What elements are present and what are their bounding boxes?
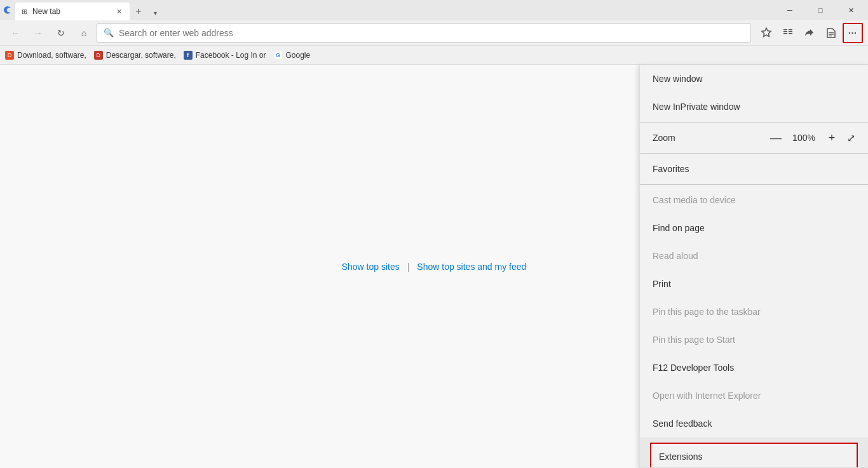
svg-rect-0 xyxy=(783,29,787,30)
fav-item-2[interactable]: f Facebook - Log In or xyxy=(184,51,266,60)
refresh-button[interactable]: ↻ xyxy=(51,23,71,43)
fav-favicon-3: G xyxy=(274,51,283,60)
favorites-button[interactable] xyxy=(756,23,776,43)
show-sites-links: Show top sites | Show top sites and my f… xyxy=(342,262,527,272)
menu-extensions[interactable]: Extensions xyxy=(650,443,858,468)
show-top-sites-feed-link[interactable]: Show top sites and my feed xyxy=(417,262,526,272)
reading-list-icon xyxy=(825,27,837,39)
address-input[interactable] xyxy=(119,28,744,38)
menu-pin-start: Pin this page to Start xyxy=(640,326,868,354)
show-top-sites-link[interactable]: Show top sites xyxy=(342,262,400,272)
svg-rect-8 xyxy=(829,36,832,36)
forward-button[interactable]: → xyxy=(28,23,48,43)
zoom-controls: — 100% + ⤢ xyxy=(767,129,855,147)
menu-zoom-row: Zoom — 100% + ⤢ xyxy=(640,124,868,152)
fav-favicon-0: D xyxy=(5,51,14,60)
edge-icon xyxy=(3,5,13,15)
search-icon: 🔍 xyxy=(104,28,114,37)
main-content: Show top sites | Show top sites and my f… xyxy=(0,65,868,468)
menu-separator-2 xyxy=(640,153,868,154)
reading-list-button[interactable] xyxy=(821,23,841,43)
zoom-label: Zoom xyxy=(653,133,762,143)
share-icon xyxy=(804,27,815,39)
svg-rect-5 xyxy=(789,33,792,34)
fav-label-1: Descargar, software, xyxy=(106,51,176,60)
menu-new-window[interactable]: New window xyxy=(640,65,868,93)
fav-item-3[interactable]: G Google xyxy=(274,51,311,60)
back-button[interactable]: ← xyxy=(5,23,25,43)
nav-bar: ← → ↻ ⌂ 🔍 xyxy=(0,20,868,46)
zoom-expand-button[interactable]: ⤢ xyxy=(847,132,855,144)
tab-list-button[interactable]: ▾ xyxy=(147,5,163,20)
menu-open-ie: Open with Internet Explorer xyxy=(640,382,868,410)
svg-rect-2 xyxy=(783,33,787,34)
menu-print[interactable]: Print xyxy=(640,270,868,298)
menu-favorites[interactable]: Favorites xyxy=(640,155,868,183)
svg-rect-3 xyxy=(789,29,792,30)
toolbar-icons: ··· xyxy=(756,23,863,43)
fav-label-3: Google xyxy=(286,51,311,60)
title-bar: ⊞ New tab ✕ + ▾ ─ □ ✕ xyxy=(0,0,868,20)
tab-close-button[interactable]: ✕ xyxy=(115,6,123,17)
zoom-out-button[interactable]: — xyxy=(767,129,785,147)
maximize-button[interactable]: □ xyxy=(806,0,835,20)
fav-favicon-2: f xyxy=(184,51,193,60)
new-tab-button[interactable]: + xyxy=(130,3,147,20)
dropdown-menu: New window New InPrivate window Zoom — 1… xyxy=(639,65,868,468)
more-button[interactable]: ··· xyxy=(843,23,863,43)
svg-rect-4 xyxy=(789,31,792,32)
fav-favicon-1: D xyxy=(94,51,103,60)
close-button[interactable]: ✕ xyxy=(836,0,865,20)
fav-label-2: Facebook - Log In or xyxy=(196,51,266,60)
home-button[interactable]: ⌂ xyxy=(74,23,94,43)
minimize-button[interactable]: ─ xyxy=(775,0,804,20)
active-tab[interactable]: ⊞ New tab ✕ xyxy=(15,3,130,20)
svg-rect-1 xyxy=(783,31,787,32)
reading-view-button[interactable] xyxy=(778,23,798,43)
menu-read-aloud: Read aloud xyxy=(640,242,868,270)
tab-label: New tab xyxy=(32,7,60,16)
menu-new-inprivate[interactable]: New InPrivate window xyxy=(640,93,868,121)
star-icon xyxy=(761,27,772,39)
share-button[interactable] xyxy=(799,23,820,43)
menu-pin-taskbar: Pin this page to the taskbar xyxy=(640,298,868,326)
menu-send-feedback[interactable]: Send feedback xyxy=(640,410,868,438)
svg-rect-7 xyxy=(829,34,834,34)
favorites-bar: D Download, software, D Descargar, softw… xyxy=(0,46,868,65)
address-bar[interactable]: 🔍 xyxy=(97,23,751,43)
tab-bar: ⊞ New tab ✕ + ▾ xyxy=(15,0,773,20)
reading-view-icon xyxy=(782,27,794,39)
fav-item-0[interactable]: D Download, software, xyxy=(5,51,86,60)
menu-cast-media: Cast media to device xyxy=(640,186,868,214)
menu-separator-1 xyxy=(640,122,868,123)
tab-favicon: ⊞ xyxy=(22,8,27,16)
window-controls: ─ □ ✕ xyxy=(775,0,865,20)
fav-item-1[interactable]: D Descargar, software, xyxy=(94,51,176,60)
zoom-in-button[interactable]: + xyxy=(823,129,841,147)
zoom-value: 100% xyxy=(791,133,817,143)
sites-separator: | xyxy=(407,262,410,272)
menu-find-on-page[interactable]: Find on page xyxy=(640,214,868,242)
title-bar-left xyxy=(3,5,13,15)
svg-rect-6 xyxy=(829,32,834,33)
fav-label-0: Download, software, xyxy=(17,51,86,60)
menu-separator-3 xyxy=(640,184,868,185)
menu-f12-dev-tools[interactable]: F12 Developer Tools xyxy=(640,354,868,382)
